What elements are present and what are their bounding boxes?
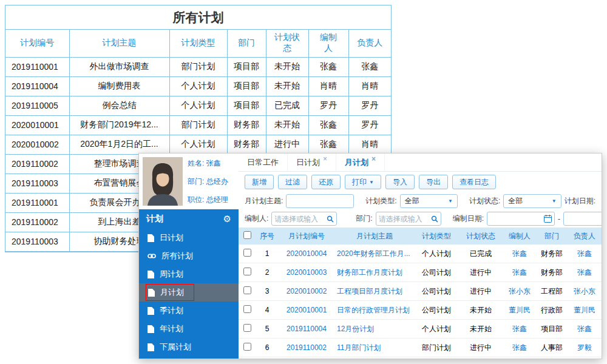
cell-plan-number: 2019110001: [5, 193, 69, 212]
row-checkbox[interactable]: [243, 286, 251, 294]
plan-number-link[interactable]: 2020010002: [279, 287, 334, 295]
row-checkbox[interactable]: [243, 249, 251, 257]
plan-subject-link[interactable]: 日常的行政管理月计划: [334, 305, 415, 315]
creator-link[interactable]: 张鑫: [503, 268, 536, 278]
caret-down-icon: ▼: [552, 198, 557, 204]
sidebar-item-annual-plan[interactable]: 年计划: [139, 320, 239, 338]
cell-owner: 罗丹: [348, 115, 391, 135]
gear-icon[interactable]: ⚙: [223, 214, 231, 224]
restore-button[interactable]: 还原: [311, 175, 341, 189]
plan-subject-link[interactable]: 12月份计划: [334, 324, 415, 334]
table-row[interactable]: 5 2019110004 12月份计划 个人计划 未开始 张鑫 项目部 张鑫: [239, 320, 602, 339]
date-range-separator: -: [558, 215, 560, 223]
cell-plan-type: 公司计划: [415, 305, 458, 315]
owner-link[interactable]: 张小东: [568, 286, 602, 297]
cell-index: 2: [256, 268, 279, 277]
owner-link[interactable]: 董川民: [568, 305, 602, 315]
row-checkbox[interactable]: [243, 324, 251, 332]
plan-subject-link[interactable]: 11月部门计划: [334, 343, 415, 353]
cell-plan-status: 进行中: [458, 343, 503, 353]
select-all-checkbox[interactable]: [243, 231, 251, 239]
create-date-start-field[interactable]: [487, 212, 555, 226]
sidebar-item-all-plans[interactable]: 所有计划: [139, 247, 239, 265]
dept-filter-field[interactable]: [376, 212, 441, 226]
plan-number-link[interactable]: 2020010004: [279, 249, 334, 258]
creator-filter-input[interactable]: [272, 215, 327, 223]
cell-department: 财务部: [536, 249, 568, 259]
sidebar-item-weekly-plan[interactable]: 周计划: [139, 265, 239, 283]
table-row[interactable]: 2019110005 例会总结 个人计划 项目部 已完成 罗丹 罗丹: [5, 96, 391, 115]
profile-position: 职位: 总经理: [188, 195, 228, 205]
dept-filter-input[interactable]: [376, 215, 431, 223]
table-row[interactable]: 2020010002 2020年1月2日的工... 个人计划 财务部 进行中 张…: [5, 135, 391, 154]
cell-plan-subject: 例会总结: [69, 96, 169, 115]
cell-owner: 张鑫: [348, 57, 391, 76]
sidebar-item-quarterly-plan[interactable]: 季计划: [139, 302, 239, 320]
file-icon: [148, 234, 154, 242]
owner-link[interactable]: 张鑫: [568, 268, 602, 278]
cell-plan-status: 未开始: [266, 76, 308, 96]
cell-plan-type: 个人计划: [169, 76, 227, 96]
creator-link[interactable]: 张鑫: [503, 343, 536, 353]
owner-link[interactable]: 张鑫: [568, 324, 602, 334]
table-row[interactable]: 4 2020010001 日常的行政管理月计划 公司计划 未开始 董川民 行政部…: [239, 301, 602, 320]
create-date-end-input[interactable]: [564, 215, 602, 223]
cell-department: 人事部: [536, 343, 568, 353]
type-filter-select[interactable]: 全部 ▼: [400, 194, 458, 208]
cell-plan-type: 个人计划: [169, 96, 227, 115]
creator-link[interactable]: 张小东: [503, 286, 536, 297]
row-checkbox[interactable]: [243, 305, 251, 313]
row-checkbox[interactable]: [243, 343, 251, 351]
import-button[interactable]: 导入: [385, 175, 415, 189]
owner-link[interactable]: 罗毅: [568, 343, 602, 353]
plan-subject-link[interactable]: 工程项目部月度计划: [334, 286, 415, 297]
plan-subject-link[interactable]: 财务部工作月度计划: [334, 268, 415, 278]
create-date-end-field[interactable]: [563, 212, 602, 226]
print-button[interactable]: 打印 ▼: [345, 175, 381, 189]
sidebar-item-monthly-plan[interactable]: 月计划: [139, 283, 239, 302]
table-row[interactable]: 3 2020010002 工程项目部月度计划 公司计划 进行中 张小东 工程部 …: [239, 282, 602, 301]
owner-link[interactable]: 张鑫: [568, 249, 602, 259]
table-row[interactable]: 2 2020010003 财务部工作月度计划 公司计划 进行中 张鑫 财务部 张…: [239, 263, 602, 282]
tab-daily-work[interactable]: 日常工作: [239, 153, 288, 171]
table-row[interactable]: 2019110004 编制费用表 个人计划 项目部 未开始 肖晴 肖晴: [5, 76, 391, 96]
calendar-icon[interactable]: [544, 215, 552, 223]
table-row[interactable]: 1 2020010004 2020年财务部工作月... 个人计划 已完成 张鑫 …: [239, 244, 602, 263]
sidebar-item-daily-plan[interactable]: 日计划: [139, 229, 239, 247]
plan-number-link[interactable]: 2020010001: [279, 306, 334, 314]
creator-filter-field[interactable]: [271, 212, 337, 226]
print-button-label: 打印: [352, 177, 367, 187]
search-icon[interactable]: [327, 215, 334, 223]
cell-plan-status: 进行中: [458, 268, 503, 278]
table-row[interactable]: 6 2019110002 11月部门计划 部门计划 进行中 张鑫 人事部 罗毅: [239, 339, 602, 357]
all-plans-header-row: 计划编号 计划主题 计划类型 部门 计划状态 编制人 负责人: [5, 30, 391, 57]
status-filter-select[interactable]: 全部 ▼: [503, 194, 561, 208]
col-department: 部门: [227, 30, 266, 57]
sidebar-item-subordinate-plans[interactable]: 下属计划: [139, 338, 239, 356]
tab-monthly-plan[interactable]: 月计划 ×: [336, 153, 385, 171]
plan-number-link[interactable]: 2020010003: [279, 268, 334, 277]
cell-index: 3: [256, 287, 279, 295]
creator-link[interactable]: 张鑫: [503, 249, 536, 259]
close-icon[interactable]: ×: [371, 153, 376, 164]
view-log-button[interactable]: 查看日志: [452, 175, 496, 189]
plan-subject-link[interactable]: 2020年财务部工作月...: [334, 249, 415, 259]
table-row[interactable]: 2020010001 财务部门2019年12... 部门计划 财务部 未开始 张…: [5, 115, 391, 135]
cell-creator: 肖晴: [308, 76, 348, 96]
export-button[interactable]: 导出: [419, 175, 448, 189]
subject-filter-input[interactable]: [286, 194, 354, 208]
add-button[interactable]: 新增: [245, 175, 274, 189]
plan-number-link[interactable]: 2019110004: [279, 325, 334, 333]
close-icon[interactable]: ×: [323, 153, 327, 164]
table-row[interactable]: 2019110001 外出做市场调查 部门计划 项目部 未开始 张鑫 张鑫: [5, 57, 391, 76]
tab-daily-plan[interactable]: 日计划 ×: [288, 153, 336, 171]
plan-number-link[interactable]: 2019110002: [279, 343, 334, 352]
creator-link[interactable]: 董川民: [503, 305, 536, 315]
main-panel: 日常工作 日计划 × 月计划 × 新增 过滤 还原 打印 ▼ 导入 导出 查看日…: [239, 153, 602, 359]
row-checkbox[interactable]: [243, 268, 251, 275]
filter-button[interactable]: 过滤: [278, 175, 307, 189]
sidebar-item-label: 年计划: [160, 323, 183, 334]
creator-link[interactable]: 张鑫: [503, 324, 536, 334]
create-date-start-input[interactable]: [487, 215, 544, 223]
search-icon[interactable]: [431, 215, 438, 223]
